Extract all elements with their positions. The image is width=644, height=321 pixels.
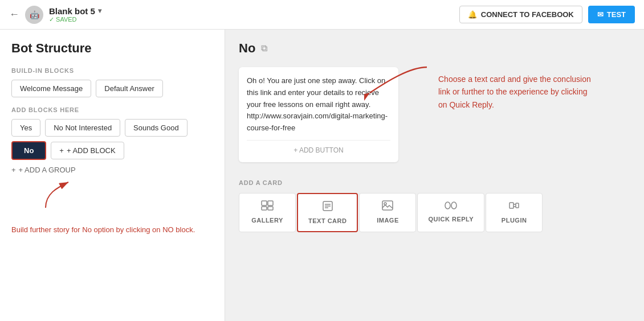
image-label: IMAGE [377, 217, 399, 224]
built-in-blocks-label: BUILD-IN BLOCKS [11, 67, 213, 74]
test-label: TEST [607, 10, 626, 19]
add-button-label: + ADD BUTTON [294, 146, 343, 154]
text-card-icon [323, 201, 333, 214]
no-add-block-row: No + + ADD BLOCK [11, 141, 213, 160]
svg-rect-4 [262, 207, 267, 210]
bot-name-wrap: Blank bot 5 ▾ ✓ SAVED [49, 6, 101, 23]
add-group-label: + ADD A GROUP [19, 166, 76, 174]
svg-rect-14 [510, 203, 513, 208]
content-area: No ⧉ Oh o! You are just one step away. C… [225, 30, 644, 321]
messenger-icon: ✉ [597, 10, 604, 19]
sidebar-title: Bot Structure [11, 41, 213, 56]
plugin-icon [508, 200, 520, 213]
svg-rect-12 [445, 202, 450, 209]
no-block-button[interactable]: No [11, 141, 46, 160]
plus-icon: + [59, 146, 64, 155]
annotation-area: Choose a text card and give the conclusi… [415, 67, 630, 111]
bot-avatar: 🤖 [25, 6, 43, 24]
sounds-good-button[interactable]: Sounds Good [125, 119, 188, 137]
bot-name-text: Blank bot 5 [49, 6, 95, 16]
no-not-interested-button[interactable]: No Not Interested [45, 119, 120, 137]
connect-facebook-button[interactable]: 🔔 CONNECT TO FACEBOOK [459, 6, 582, 23]
connect-fb-label: CONNECT TO FACEBOOK [481, 10, 574, 19]
bot-saved-badge: ✓ SAVED [49, 16, 101, 23]
header-left: ← 🤖 Blank bot 5 ▾ ✓ SAVED [9, 6, 101, 24]
bell-icon: 🔔 [468, 10, 477, 19]
gallery-label: GALLERY [251, 217, 283, 224]
copy-icon[interactable]: ⧉ [261, 43, 267, 54]
content-header: No ⧉ [239, 41, 630, 56]
main-layout: Bot Structure BUILD-IN BLOCKS Welcome Me… [0, 30, 644, 321]
bot-name-chevron[interactable]: ▾ [98, 7, 101, 15]
add-block-label: + ADD BLOCK [67, 146, 116, 155]
bot-name: Blank bot 5 ▾ [49, 6, 101, 16]
gallery-icon [261, 200, 274, 213]
quick-reply-card-option[interactable]: QUICK REPLY [417, 193, 484, 232]
quick-reply-icon [445, 200, 457, 212]
svg-rect-17 [516, 203, 519, 208]
content-arrow-svg [364, 61, 433, 101]
card-options: GALLERY TEXT CARD [239, 193, 630, 232]
add-card-label: ADD A CARD [239, 179, 630, 186]
gallery-card-option[interactable]: GALLERY [239, 193, 296, 232]
content-title: No [239, 41, 255, 56]
quick-reply-label: QUICK REPLY [428, 216, 474, 223]
message-annotation-row: Oh o! You are just one step away. Click … [239, 67, 630, 168]
header-right: 🔔 CONNECT TO FACEBOOK ✉ TEST [459, 6, 635, 23]
sidebar-annotation: Build further story for No option by cli… [11, 224, 213, 236]
sidebar-arrow-svg [11, 176, 80, 211]
welcome-message-button[interactable]: Welcome Message [11, 80, 91, 97]
header: ← 🤖 Blank bot 5 ▾ ✓ SAVED 🔔 CONNECT TO F… [0, 0, 644, 30]
sidebar: Bot Structure BUILD-IN BLOCKS Welcome Me… [0, 30, 225, 321]
back-button[interactable]: ← [9, 9, 19, 20]
add-card-section: ADD A CARD GALLERY [239, 179, 630, 232]
test-button[interactable]: ✉ TEST [588, 6, 635, 23]
svg-rect-10 [382, 201, 393, 210]
plugin-card-option[interactable]: PLUGIN [486, 193, 543, 232]
svg-rect-13 [451, 202, 456, 209]
svg-rect-3 [268, 201, 273, 205]
svg-rect-5 [268, 207, 273, 210]
image-card-option[interactable]: IMAGE [359, 193, 416, 232]
add-group-button[interactable]: + + ADD A GROUP [11, 166, 213, 174]
content-annotation: Choose a text card and give the conclusi… [438, 73, 598, 111]
image-icon [382, 200, 393, 213]
plus-icon-group: + [11, 166, 16, 174]
svg-rect-2 [262, 201, 267, 205]
text-card-option[interactable]: TEXT CARD [297, 193, 358, 232]
default-answer-button[interactable]: Default Answer [96, 80, 162, 97]
add-block-button[interactable]: + + ADD BLOCK [51, 142, 124, 159]
yes-block-button[interactable]: Yes [11, 119, 40, 137]
text-card-label: TEXT CARD [308, 217, 347, 224]
custom-blocks-row: Yes No Not Interested Sounds Good [11, 119, 213, 137]
plugin-label: PLUGIN [502, 217, 527, 224]
add-button-row[interactable]: + ADD BUTTON [247, 140, 390, 154]
add-blocks-label: ADD BLOCKS HERE [11, 106, 213, 113]
built-in-blocks-row: Welcome Message Default Answer [11, 80, 213, 97]
